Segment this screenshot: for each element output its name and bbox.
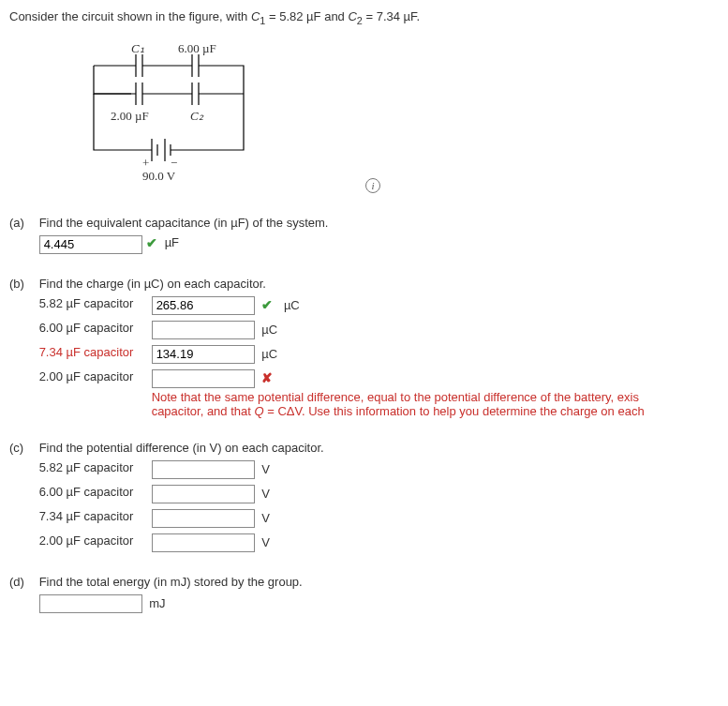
part-a-label: (a) xyxy=(9,216,36,230)
part-b-feedback: Note that the same potential difference,… xyxy=(152,390,719,418)
part-b-row3-input[interactable] xyxy=(152,369,255,388)
part-b-row0-label: 5.82 µF capacitor xyxy=(39,296,152,310)
part-d-input[interactable] xyxy=(39,594,142,613)
part-a-unit: µF xyxy=(165,235,179,249)
part-b-row0-unit: µC xyxy=(284,298,300,312)
part-a: (a) Find the equivalent capacitance (in … xyxy=(9,216,719,260)
part-a-text: Find the equivalent capacitance (in µF) … xyxy=(39,216,719,230)
part-c-row2-input[interactable] xyxy=(152,509,255,528)
check-icon: ✔ xyxy=(146,235,157,250)
part-b: (b) Find the charge (in µC) on each capa… xyxy=(9,277,719,424)
info-icon[interactable]: i xyxy=(365,178,380,193)
part-d-unit: mJ xyxy=(149,596,165,610)
part-b-row2-unit: µC xyxy=(261,347,277,361)
part-b-row0-input[interactable] xyxy=(152,296,255,315)
part-c-text: Find the potential difference (in V) on … xyxy=(39,441,719,455)
part-c-row3-input[interactable] xyxy=(152,533,255,552)
part-d-text: Find the total energy (in mJ) stored by … xyxy=(39,575,719,589)
part-c-row0-input[interactable] xyxy=(152,460,255,479)
part-c-row0-label: 5.82 µF capacitor xyxy=(39,460,152,474)
check-icon: ✔ xyxy=(261,297,273,312)
part-c-label: (c) xyxy=(9,441,36,455)
part-c-row3-unit: V xyxy=(261,535,270,549)
part-c-row2-unit: V xyxy=(261,511,270,525)
part-c-row1-input[interactable] xyxy=(152,485,255,503)
part-a-input[interactable] xyxy=(39,235,142,254)
part-b-text: Find the charge (in µC) on each capacito… xyxy=(39,277,719,291)
part-d-label: (d) xyxy=(9,575,36,589)
circuit-diagram: C₁ 6.00 µF 2.00 µF C₂ + − 90.0 V i xyxy=(84,38,272,197)
part-c-row3-label: 2.00 µF capacitor xyxy=(39,533,152,548)
part-b-row2-label: 7.34 µF capacitor xyxy=(39,345,152,359)
cross-icon: ✘ xyxy=(261,370,273,385)
part-c: (c) Find the potential difference (in V)… xyxy=(9,441,719,558)
part-b-row1-unit: µC xyxy=(261,323,277,337)
part-c-row1-label: 6.00 µF capacitor xyxy=(39,485,152,499)
part-c-row1-unit: V xyxy=(261,487,270,501)
part-c-row0-unit: V xyxy=(261,462,270,476)
part-b-row1-input[interactable] xyxy=(152,321,255,339)
problem-statement: Consider the circuit shown in the figure… xyxy=(9,9,719,26)
part-b-row3-label: 2.00 µF capacitor xyxy=(39,369,152,383)
part-d: (d) Find the total energy (in mJ) stored… xyxy=(9,575,719,619)
part-b-row2-input[interactable] xyxy=(152,345,255,364)
part-b-row1-label: 6.00 µF capacitor xyxy=(39,321,152,335)
part-c-row2-label: 7.34 µF capacitor xyxy=(39,509,152,523)
part-b-label: (b) xyxy=(9,277,36,291)
